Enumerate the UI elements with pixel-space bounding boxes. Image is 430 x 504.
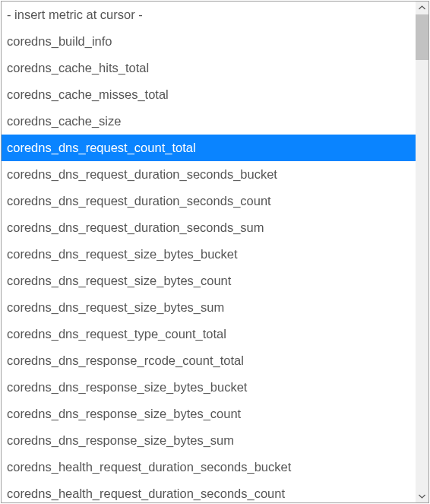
metric-option[interactable]: coredns_cache_size <box>2 108 416 135</box>
metric-option[interactable]: coredns_dns_response_rcode_count_total <box>2 347 416 374</box>
metric-placeholder-option[interactable]: - insert metric at cursor - <box>2 2 416 28</box>
scroll-down-button[interactable] <box>416 490 428 502</box>
scroll-up-button[interactable] <box>416 2 428 14</box>
metric-option[interactable]: coredns_dns_response_size_bytes_bucket <box>2 374 416 401</box>
scrollbar[interactable] <box>416 2 428 502</box>
metric-option[interactable]: coredns_dns_request_size_bytes_sum <box>2 294 416 321</box>
metric-option[interactable]: coredns_health_request_duration_seconds_… <box>2 454 416 480</box>
metric-option[interactable]: coredns_dns_request_count_total <box>2 135 416 161</box>
scrollbar-track[interactable] <box>416 14 428 490</box>
metric-option[interactable]: coredns_health_request_duration_seconds_… <box>2 480 416 502</box>
metric-option[interactable]: coredns_cache_hits_total <box>2 55 416 81</box>
metric-listbox[interactable]: - insert metric at cursor - coredns_buil… <box>2 2 416 502</box>
metric-option[interactable]: coredns_dns_request_size_bytes_bucket <box>2 241 416 268</box>
metric-option[interactable]: coredns_dns_request_size_bytes_count <box>2 268 416 294</box>
metric-option[interactable]: coredns_dns_request_type_count_total <box>2 321 416 347</box>
metric-option[interactable]: coredns_dns_request_duration_seconds_cou… <box>2 188 416 214</box>
scrollbar-thumb[interactable] <box>416 14 428 60</box>
chevron-down-icon <box>419 493 425 499</box>
metric-option[interactable]: coredns_build_info <box>2 28 416 55</box>
metric-option[interactable]: coredns_dns_response_size_bytes_sum <box>2 427 416 454</box>
metric-option[interactable]: coredns_dns_request_duration_seconds_sum <box>2 214 416 241</box>
metric-option[interactable]: coredns_dns_request_duration_seconds_buc… <box>2 161 416 188</box>
metric-dropdown[interactable]: - insert metric at cursor - coredns_buil… <box>1 1 429 503</box>
metric-option[interactable]: coredns_cache_misses_total <box>2 81 416 108</box>
chevron-up-icon <box>419 5 425 11</box>
metric-option[interactable]: coredns_dns_response_size_bytes_count <box>2 401 416 427</box>
